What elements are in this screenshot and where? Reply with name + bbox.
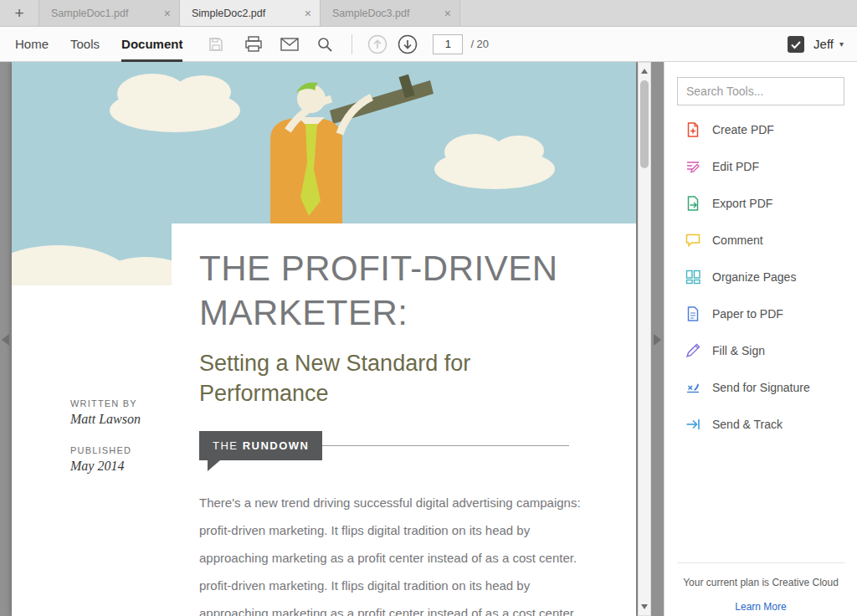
create-pdf-icon [685, 121, 701, 138]
nav-home[interactable]: Home [15, 27, 49, 62]
send-for-signature-icon [685, 379, 701, 396]
tab-label: SimpleDoc2.pdf [192, 8, 298, 19]
section-divider-line [322, 445, 569, 446]
main-toolbar: Home Tools Document / 20 Jeff [0, 27, 857, 62]
comment-icon [685, 232, 701, 249]
search-tools-input[interactable] [677, 77, 844, 105]
close-tab-icon[interactable]: × [305, 8, 311, 19]
send-track-icon [685, 416, 701, 433]
new-tab-button[interactable]: + [0, 0, 38, 26]
document-body-text: There's a new trend driving successful d… [199, 489, 581, 616]
telescope-man-illustration [12, 62, 636, 223]
tool-paper-to-pdf[interactable]: Paper to PDF [665, 295, 857, 332]
tool-comment[interactable]: Comment [665, 222, 857, 259]
tool-create-pdf[interactable]: Create PDF [665, 111, 857, 148]
save-icon[interactable] [208, 36, 224, 53]
document-title: THE PROFIT-DRIVEN MARKETER: [199, 246, 558, 335]
next-page-icon[interactable] [398, 34, 418, 54]
tool-export-pdf[interactable]: Export PDF [665, 185, 857, 222]
signed-in-icon [787, 35, 805, 54]
tool-edit-pdf[interactable]: Edit PDF [665, 148, 857, 185]
cloud-strip-illustration [12, 223, 172, 285]
scroll-down-icon[interactable] [639, 601, 650, 613]
document-viewer: THE PROFIT-DRIVEN MARKETER: Setting a Ne… [0, 62, 664, 616]
learn-more-link[interactable]: Learn More [735, 601, 786, 613]
previous-view-arrow[interactable] [2, 334, 9, 346]
page-total-label: / 20 [470, 38, 489, 50]
chevron-down-icon: ▾ [839, 39, 844, 49]
plan-footer: Your current plan is Creative Cloud Lear… [677, 562, 844, 613]
fill-sign-icon [685, 342, 701, 359]
tools-list: Create PDF Edit PDF Export PDF [665, 111, 857, 443]
tool-send-for-signature[interactable]: Send for Signature [665, 369, 857, 406]
written-by-label: WRITTEN BY [70, 398, 141, 408]
tab-label: SampleDoc3.pdf [332, 8, 438, 19]
plan-text: Your current plan is Creative Cloud [677, 577, 844, 588]
paper-to-pdf-icon [685, 305, 701, 322]
nav-tools[interactable]: Tools [70, 27, 100, 62]
user-menu[interactable]: Jeff ▾ [787, 35, 844, 54]
tab-label: SampleDoc1.pdf [51, 8, 157, 19]
document-subtitle: Setting a New Standard for Performance [199, 348, 470, 408]
edit-pdf-icon [685, 158, 701, 175]
scroll-up-icon[interactable] [639, 65, 650, 77]
scrollbar-thumb[interactable] [640, 80, 649, 168]
cloud-right [434, 134, 555, 189]
tool-organize-pages[interactable]: Organize Pages [665, 259, 857, 295]
tab-sampledoc1[interactable]: SampleDoc1.pdf × [38, 0, 179, 26]
email-icon[interactable] [280, 38, 299, 51]
search-icon[interactable] [316, 36, 333, 53]
close-tab-icon[interactable]: × [164, 8, 171, 19]
organize-pages-icon [685, 269, 701, 285]
main-area: THE PROFIT-DRIVEN MARKETER: Setting a Ne… [0, 62, 857, 616]
user-name: Jeff [813, 37, 834, 51]
tab-simpledoc2[interactable]: SimpleDoc2.pdf × [179, 0, 320, 26]
print-icon[interactable] [244, 36, 263, 53]
published-label: PUBLISHED [70, 445, 141, 455]
pdf-page: THE PROFIT-DRIVEN MARKETER: Setting a Ne… [12, 62, 636, 616]
export-pdf-icon [685, 195, 701, 212]
rundown-section-header: THE RUNDOWN [199, 431, 569, 460]
cloud-left [110, 74, 240, 132]
published-date: May 2014 [70, 459, 141, 474]
tool-send-track[interactable]: Send & Track [665, 406, 857, 443]
next-view-arrow[interactable] [654, 334, 661, 346]
nav-document[interactable]: Document [121, 27, 182, 62]
vertical-scrollbar[interactable] [638, 62, 651, 616]
rundown-badge: THE RUNDOWN [199, 431, 322, 460]
tools-sidebar: Create PDF Edit PDF Export PDF [664, 62, 857, 616]
tab-bar: + SampleDoc1.pdf × SimpleDoc2.pdf × Samp… [0, 0, 857, 27]
tab-sampledoc3[interactable]: SampleDoc3.pdf × [320, 0, 460, 26]
acrobat-window: + SampleDoc1.pdf × SimpleDoc2.pdf × Samp… [0, 0, 857, 616]
tool-fill-sign[interactable]: Fill & Sign [665, 332, 857, 369]
close-tab-icon[interactable]: × [444, 8, 451, 19]
author-name: Matt Lawson [70, 412, 141, 427]
previous-page-icon[interactable] [367, 34, 387, 54]
toolbar-divider [352, 34, 352, 54]
page-number-input[interactable] [433, 34, 463, 54]
byline: WRITTEN BY Matt Lawson PUBLISHED May 201… [70, 398, 141, 474]
